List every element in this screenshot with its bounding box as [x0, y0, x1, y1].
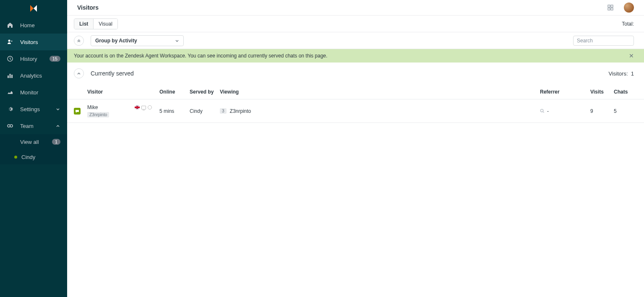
team-subnav: View all 1 Cindy — [0, 134, 67, 164]
logo[interactable] — [0, 0, 67, 17]
visitors-table: Visitor Online Served by Viewing Referre… — [67, 84, 644, 123]
visitor-cell: Mike Z3nrpinto — [87, 104, 159, 117]
chevron-down-icon — [55, 107, 60, 112]
sidebar-item-label: History — [20, 56, 50, 62]
search-input[interactable] — [573, 36, 634, 46]
sidebar-item-settings[interactable]: Settings — [0, 101, 67, 117]
visual-view-button[interactable]: Visual — [94, 19, 117, 29]
avatar[interactable] — [624, 3, 634, 13]
group-by-label: Group by Activity — [95, 38, 137, 44]
collapse-all-button[interactable] — [74, 36, 84, 46]
view-toggle: List Visual — [74, 18, 118, 29]
svg-rect-9 — [611, 5, 613, 7]
team-icon — [7, 122, 13, 129]
svg-rect-8 — [608, 5, 610, 7]
col-served: Served by — [190, 89, 220, 95]
history-badge: 15 — [50, 56, 60, 62]
sidebar-item-visitors[interactable]: Visitors — [0, 34, 67, 50]
referrer-cell: - — [540, 108, 590, 114]
svg-point-1 — [11, 41, 13, 42]
col-visits: Visits — [590, 89, 614, 95]
svg-point-12 — [540, 109, 543, 112]
home-icon — [7, 22, 13, 29]
subnav-agent-cindy[interactable]: Cindy — [0, 149, 67, 164]
info-banner: Your account is on the Zendesk Agent Wor… — [67, 49, 644, 63]
page-title: Visitors — [77, 4, 607, 11]
chevron-up-icon — [55, 123, 60, 128]
table-header-row: Visitor Online Served by Viewing Referre… — [67, 84, 644, 99]
visitors-icon — [7, 39, 13, 45]
toolbar: List Visual Total: — [67, 16, 644, 32]
sidebar-item-label: Home — [20, 22, 60, 29]
subnav-view-all[interactable]: View all 1 — [0, 134, 67, 149]
double-chevron-up-icon — [77, 39, 81, 43]
device-icon — [141, 106, 146, 109]
sidebar-item-label: Analytics — [20, 73, 60, 79]
sidebar-item-history[interactable]: History 15 — [0, 50, 67, 67]
sidebar-item-monitor[interactable]: Monitor — [0, 84, 67, 101]
col-viewing: Viewing — [220, 89, 540, 95]
svg-point-0 — [8, 40, 10, 42]
sidebar-item-label: Visitors — [20, 39, 60, 45]
main: Visitors List Visual Total: Group by Act… — [67, 0, 644, 297]
chevron-down-icon — [175, 39, 179, 43]
svg-rect-5 — [11, 75, 13, 78]
table-row[interactable]: Mike Z3nrpinto 5 mins Cindy 3 — [67, 99, 644, 123]
status-dot-icon — [14, 156, 17, 159]
controls-row: Group by Activity — [67, 32, 644, 49]
svg-rect-11 — [611, 8, 613, 10]
viewing-page: Z3nrpinto — [230, 108, 251, 114]
svg-rect-3 — [8, 76, 9, 78]
topbar: Visitors — [67, 0, 644, 16]
sidebar-item-team[interactable]: Team — [0, 117, 67, 134]
visitors-count: Visitors: 1 — [609, 70, 634, 77]
col-referrer: Referrer — [540, 89, 590, 95]
served-by-cell: Cindy — [190, 108, 220, 114]
online-cell: 5 mins — [159, 108, 190, 114]
collapse-section-button[interactable] — [74, 68, 84, 78]
visits-cell: 9 — [590, 108, 614, 114]
close-icon[interactable]: ✕ — [629, 52, 634, 59]
svg-point-7 — [10, 125, 13, 127]
gear-icon — [7, 106, 13, 112]
sidebar-item-home[interactable]: Home — [0, 17, 67, 34]
apps-grid-icon[interactable] — [607, 4, 614, 11]
svg-rect-4 — [10, 74, 11, 78]
search-icon — [540, 109, 545, 113]
nav-list: Home Visitors History 15 Analytics Monit… — [0, 17, 67, 134]
visitor-tag: Z3nrpinto — [87, 112, 109, 117]
col-visitor: Visitor — [87, 89, 159, 95]
agent-name: Cindy — [21, 154, 35, 160]
svg-point-6 — [8, 125, 10, 127]
chevron-up-icon — [77, 71, 81, 76]
visitor-meta-icons — [135, 105, 152, 109]
col-chats: Chats — [614, 89, 634, 95]
sidebar-item-label: Settings — [20, 106, 55, 112]
history-icon — [7, 55, 13, 62]
visitor-name: Mike — [87, 104, 98, 110]
sidebar: Home Visitors History 15 Analytics Monit… — [0, 0, 67, 297]
list-view-button[interactable]: List — [74, 19, 94, 29]
monitor-icon — [7, 89, 13, 96]
total-label: Total: — [622, 21, 634, 27]
flag-icon — [135, 106, 140, 109]
sidebar-item-label: Monitor — [20, 89, 60, 96]
sidebar-item-analytics[interactable]: Analytics — [0, 67, 67, 84]
svg-rect-10 — [608, 8, 610, 10]
col-online: Online — [159, 89, 190, 95]
section-title: Currently served — [91, 70, 602, 77]
chat-status-icon — [74, 108, 81, 115]
chats-cell: 5 — [614, 108, 634, 114]
referrer-value: - — [547, 108, 549, 114]
view-all-badge: 1 — [52, 139, 60, 145]
browser-icon — [148, 105, 152, 109]
section-header: Currently served Visitors: 1 — [67, 63, 644, 84]
logo-icon — [29, 3, 39, 13]
banner-message: Your account is on the Zendesk Agent Wor… — [74, 53, 629, 59]
sidebar-item-label: Team — [20, 123, 55, 129]
group-by-select[interactable]: Group by Activity — [91, 35, 184, 46]
subnav-label: View all — [20, 139, 39, 145]
page-count-badge: 3 — [220, 108, 227, 114]
analytics-icon — [7, 72, 13, 79]
viewing-cell: 3 Z3nrpinto — [220, 108, 540, 114]
